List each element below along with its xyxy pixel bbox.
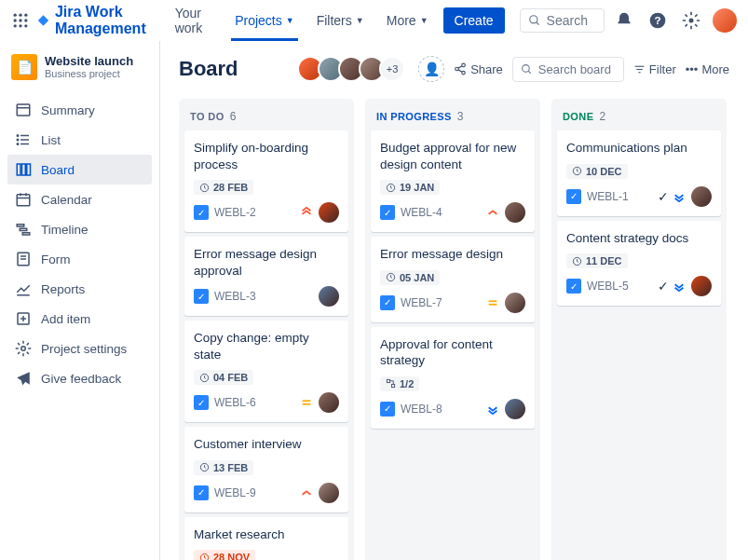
assignee-avatar[interactable] <box>505 293 525 313</box>
search-icon <box>528 14 541 27</box>
card-title: Customer interview <box>194 436 339 453</box>
product-logo[interactable]: Jira Work Management <box>37 4 160 37</box>
share-button[interactable]: Share <box>454 62 503 76</box>
svg-rect-59 <box>387 380 389 383</box>
sidebar-item-board[interactable]: Board <box>7 155 152 184</box>
svg-point-7 <box>19 24 21 27</box>
sidebar-item-form[interactable]: Form <box>7 244 152 274</box>
sidebar-item-list[interactable]: List <box>7 125 152 155</box>
assignee-avatar[interactable] <box>319 483 339 503</box>
sidebar-icon <box>15 251 32 267</box>
svg-rect-23 <box>22 164 26 175</box>
profile-avatar[interactable] <box>713 8 737 33</box>
board-search[interactable]: Search board <box>512 57 624 82</box>
help-icon[interactable]: ? <box>646 8 670 33</box>
svg-point-6 <box>14 24 17 27</box>
nav-projects[interactable]: Projects▼ <box>227 0 302 41</box>
card[interactable]: Customer interview13 FEB✓WEBL-9 <box>184 427 348 512</box>
card[interactable]: Budget approval for new design content19… <box>371 130 535 232</box>
assignee-avatar[interactable] <box>319 286 339 307</box>
svg-point-5 <box>24 19 27 21</box>
card-key: WEBL-3 <box>214 290 256 303</box>
settings-icon[interactable] <box>679 8 703 33</box>
card[interactable]: Simplify on-boarding process28 FEB✓WEBL-… <box>184 130 348 232</box>
svg-point-3 <box>14 19 17 21</box>
assignee-avatar[interactable] <box>691 186 712 207</box>
priority-low-icon <box>673 280 686 293</box>
filter-button[interactable]: Filter <box>633 62 676 76</box>
product-name: Jira Work Management <box>55 4 160 37</box>
priority-high-icon <box>486 206 499 219</box>
task-type-icon: ✓ <box>380 295 395 310</box>
sidebar-icon <box>15 310 32 327</box>
column-todo: TO DO6Simplify on-boarding process28 FEB… <box>179 99 354 560</box>
card-title: Copy change: empty state <box>194 330 339 362</box>
card[interactable]: Approval for content strategy1/2✓WEBL-8 <box>371 327 535 429</box>
svg-point-9 <box>529 15 537 22</box>
column-name: IN PROGRESS <box>376 111 452 122</box>
svg-point-38 <box>21 347 26 351</box>
create-button[interactable]: Create <box>443 7 505 34</box>
date-chip: 11 DEC <box>566 253 628 268</box>
card-key: WEBL-2 <box>214 206 256 219</box>
app-switcher-icon[interactable] <box>11 9 30 32</box>
done-check-icon: ✓ <box>658 279 669 294</box>
date-chip: 04 FEB <box>194 370 253 385</box>
notifications-icon[interactable] <box>612 8 636 33</box>
nav-your-work[interactable]: Your work <box>168 0 220 41</box>
column-count: 3 <box>457 110 464 123</box>
assignee-avatar[interactable] <box>505 399 525 419</box>
more-button[interactable]: ••• More <box>686 62 729 76</box>
priority-low-icon <box>486 403 499 416</box>
card[interactable]: Error message design approval✓WEBL-3 <box>184 237 348 316</box>
svg-point-19 <box>17 135 19 137</box>
card-title: Simplify on-boarding process <box>194 140 339 172</box>
chevron-down-icon: ▼ <box>356 16 364 25</box>
column-done: DONE2Communications plan10 DEC✓WEBL-1✓Co… <box>551 99 727 560</box>
sidebar-item-add-item[interactable]: Add item <box>7 304 152 334</box>
jira-icon <box>37 11 49 30</box>
assignee-avatar[interactable] <box>505 202 525 223</box>
clock-icon <box>572 166 582 176</box>
project-type: Business project <box>45 68 133 79</box>
clock-icon <box>199 553 210 560</box>
assignee-avatar[interactable] <box>319 392 339 413</box>
global-search[interactable]: Search <box>520 8 605 33</box>
sidebar-item-label: Timeline <box>41 223 88 237</box>
card[interactable]: Error message design05 JAN✓WEBL-7 <box>371 237 535 322</box>
sidebar-item-label: Give feedback <box>41 372 121 386</box>
sidebar-item-timeline[interactable]: Timeline <box>7 214 152 244</box>
sidebar-item-label: Summary <box>41 103 95 117</box>
add-people-button[interactable]: 👤 <box>418 56 444 82</box>
svg-point-20 <box>17 139 19 141</box>
project-header[interactable]: 📄 Website launch Business project <box>7 50 152 84</box>
sidebar-item-reports[interactable]: Reports <box>7 274 152 304</box>
date-chip: 05 JAN <box>380 270 440 285</box>
nav-more[interactable]: More▼ <box>379 0 436 41</box>
sidebar-item-give-feedback[interactable]: Give feedback <box>7 363 152 393</box>
sidebar-item-summary[interactable]: Summary <box>7 95 152 125</box>
svg-rect-22 <box>17 164 20 175</box>
card[interactable]: Communications plan10 DEC✓WEBL-1✓ <box>557 130 721 216</box>
assignee-avatar[interactable] <box>691 276 712 296</box>
avatar-overflow[interactable]: +3 <box>379 56 405 82</box>
date-chip: 10 DEC <box>566 164 628 179</box>
sidebar-item-project-settings[interactable]: Project settings <box>7 334 152 363</box>
svg-rect-30 <box>20 228 27 230</box>
assignee-avatar[interactable] <box>319 202 339 223</box>
search-placeholder: Search <box>547 13 588 28</box>
svg-rect-29 <box>17 225 24 226</box>
sidebar-icon <box>15 131 32 148</box>
card[interactable]: Market research28 NOV✓WEBL-10 <box>184 517 348 560</box>
card[interactable]: Copy change: empty state04 FEB✓WEBL-6 <box>184 321 348 422</box>
svg-point-44 <box>522 64 529 72</box>
card-key: WEBL-1 <box>587 190 629 203</box>
task-type-icon: ✓ <box>194 395 209 410</box>
nav-filters[interactable]: Filters▼ <box>309 0 372 41</box>
date-chip: 28 NOV <box>194 550 255 560</box>
svg-line-42 <box>458 66 462 68</box>
board-avatars[interactable]: +3 <box>297 56 405 82</box>
sidebar-item-calendar[interactable]: Calendar <box>7 184 152 214</box>
card-key: WEBL-6 <box>214 396 256 409</box>
card[interactable]: Content strategy docs11 DEC✓WEBL-5✓ <box>557 221 721 307</box>
